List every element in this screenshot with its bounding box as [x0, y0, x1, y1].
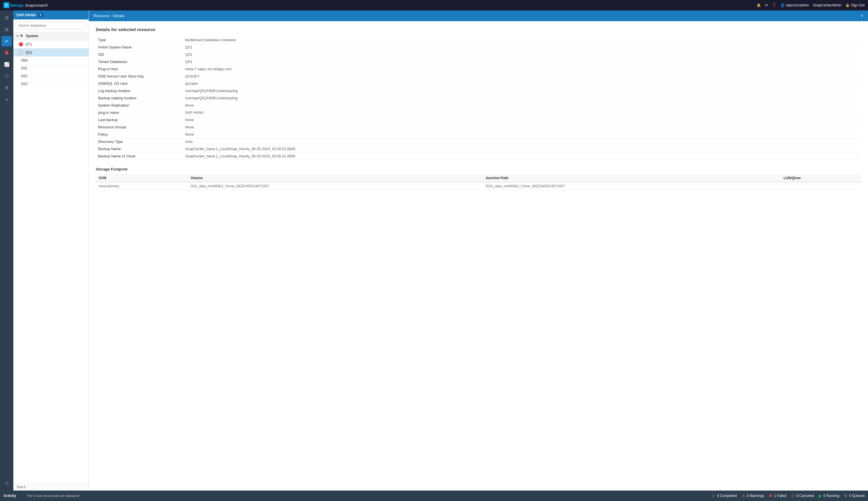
user-info: 👤 sapcc\scadmin — [780, 3, 809, 7]
completed-icon: ✔ — [712, 493, 716, 498]
storage-junction: /SS1_data_mnt00001_Clone_062524053245719… — [483, 182, 781, 190]
detail-value: SnapCenter_hana-1_LocalSnap_Hourly_06-25… — [183, 153, 861, 160]
ss1-label: SS1 — [21, 66, 28, 70]
sign-out-button[interactable]: 🔓 Sign Out — [845, 3, 865, 7]
panel-title: SAP HANA — [16, 13, 36, 17]
detail-row: Backup Name of CloneSnapCenter_hana-1_Lo… — [96, 153, 861, 160]
detail-row: Tenant DatabasesQS1 — [96, 58, 861, 66]
status-queued[interactable]: ↻ 0 Queued — [844, 493, 865, 498]
storage-col-svm: SVM — [96, 174, 188, 182]
detail-table: TypeMultitenant Database ContainerHANA S… — [96, 36, 861, 160]
status-running[interactable]: ▶ 0 Running — [818, 493, 839, 498]
signout-icon: 🔓 — [845, 3, 850, 7]
tree-item-ss1[interactable]: SS1 — [13, 64, 88, 72]
search-input[interactable] — [16, 22, 86, 29]
status-warnings[interactable]: ⚠ 0 Warnings — [741, 493, 764, 498]
storage-volume: SS1_data_mnt00001_Clone_0625240532457192… — [188, 182, 483, 190]
detail-value: None — [183, 102, 861, 109]
sidebar-item-menu[interactable]: ☰ — [1, 13, 12, 23]
sm1-label: SM1 — [21, 58, 28, 62]
storage-table: SVM Volume Junction Path LUN/Qtree hana-… — [96, 174, 861, 190]
tree-item-qs1[interactable]: 📋 QS1 — [13, 49, 88, 57]
detail-value: /usr/sap/QS1/HDB11/backup/log — [183, 95, 861, 102]
detail-section-title: Details for selected resource — [96, 27, 861, 32]
detail-label: Resource Groups — [96, 124, 183, 131]
failed-icon: ✖ — [769, 493, 772, 498]
content-header-title: Resource - Details — [94, 14, 124, 18]
status-failed[interactable]: ✖ 1 Failed — [769, 493, 787, 498]
detail-label: HANA System Name — [96, 44, 183, 51]
sidebar-item-settings[interactable]: ≡ — [1, 94, 12, 105]
netapp-logo: N NetApp SnapCenter® — [3, 2, 48, 8]
brand-snapcenter: SnapCenter® — [25, 3, 48, 8]
ss2b-label: SS2 — [21, 82, 28, 86]
detail-row: Backup NameSnapCenter_hana-1_LocalSnap_H… — [96, 146, 861, 153]
panel-dropdown[interactable]: ▼ — [38, 13, 44, 17]
status-canceled[interactable]: ⊘ 0 Canceled — [791, 493, 814, 498]
storage-col-volume: Volume — [188, 174, 483, 182]
close-button[interactable]: × — [860, 13, 863, 19]
dt1-icon: 🔴 — [19, 42, 23, 46]
detail-label: SID — [96, 51, 183, 58]
detail-row: Last backupNone — [96, 116, 861, 124]
detail-value: None — [183, 124, 861, 131]
notifications-icon[interactable]: 🔔 — [757, 3, 761, 7]
tree-item-ss2b[interactable]: SS2 — [13, 80, 88, 88]
detail-row: Backup catalog location/usr/sap/QS1/HDB1… — [96, 95, 861, 102]
detail-row: TypeMultitenant Database Container — [96, 36, 861, 44]
failed-count: 1 Failed — [774, 494, 787, 498]
detail-row: Plug-in Hosthana-7.sapcc.stl.netapp.com — [96, 66, 861, 73]
detail-value: Multitenant Database Container — [183, 36, 861, 44]
queued-icon: ↻ — [844, 493, 848, 498]
sidebar-item-hosts[interactable]: ⊕ — [1, 83, 12, 93]
sidebar-item-alerts[interactable]: ⚠ — [1, 478, 12, 488]
storage-col-junction: Junction Path — [483, 174, 781, 182]
sidebar-item-apps[interactable]: ⊞ — [1, 24, 12, 35]
job-info: The 5 most recent jobs are displayed — [27, 494, 79, 498]
detail-label: Policy — [96, 131, 183, 138]
logo-square: N — [3, 2, 9, 8]
left-panel-header: SAP HANA ▼ — [13, 10, 88, 20]
qs1-icon: 📋 — [19, 50, 23, 55]
top-nav: N NetApp SnapCenter® 🔔 ✉ ❓ 👤 sapcc\scadm… — [0, 0, 868, 10]
detail-label: Last backup — [96, 116, 183, 124]
detail-label: Backup catalog location — [96, 95, 183, 102]
detail-value: hana-7.sapcc.stl.netapp.com — [183, 66, 861, 73]
detail-row: plug-in nameSAP HANA — [96, 109, 861, 116]
tree-item-dt1[interactable]: 🔴 DT1 — [13, 40, 88, 49]
detail-row: HDB Secure User Store KeyQS1KEY — [96, 73, 861, 80]
sidebar-item-monitor[interactable]: 🫀 — [1, 47, 12, 58]
detail-row: Resource GroupsNone — [96, 124, 861, 131]
detail-value: SAP HANA — [183, 109, 861, 116]
sidebar-item-reports[interactable]: 📈 — [1, 59, 12, 70]
detail-label: Log backup location — [96, 87, 183, 95]
ss2a-label: SS2 — [21, 74, 28, 78]
user-icon: 👤 — [780, 3, 785, 7]
sidebar-item-topology[interactable]: ⬡ — [1, 71, 12, 81]
detail-value: Auto — [183, 138, 861, 146]
detail-label: Discovery Type — [96, 138, 183, 146]
detail-value: /usr/sap/QS1/HDB11/backup/log — [183, 87, 861, 95]
storage-svm: hana-primary — [96, 182, 188, 190]
storage-section: Storage Footprint SVM Volume Junction Pa… — [96, 167, 861, 190]
top-nav-right: 🔔 ✉ ❓ 👤 sapcc\scadmin SnapCenterAdmin 🔓 … — [757, 3, 865, 7]
detail-value: QS1 — [183, 44, 861, 51]
messages-icon[interactable]: ✉ — [765, 3, 768, 7]
tree-item-sm1[interactable]: SM1 — [13, 57, 88, 64]
canceled-icon: ⊘ — [791, 493, 795, 498]
detail-label: plug-in name — [96, 109, 183, 116]
storage-lun — [781, 182, 861, 190]
detail-row: System ReplicationNone — [96, 102, 861, 109]
detail-label: Plug-in Host — [96, 66, 183, 73]
tree-column-label: System — [26, 34, 38, 38]
status-completed[interactable]: ✔ 4 Completed — [712, 493, 737, 498]
completed-count: 4 Completed — [717, 494, 737, 498]
detail-row: HDBSQL OS Userqs1adm — [96, 80, 861, 87]
tree-item-ss2a[interactable]: SS2 — [13, 72, 88, 80]
sidebar-item-resources[interactable]: ✔ — [1, 36, 12, 46]
signout-label: Sign Out — [851, 3, 865, 7]
detail-label: Backup Name — [96, 146, 183, 153]
help-icon[interactable]: ❓ — [772, 3, 776, 7]
tree-flag-icon: ⚑ — [20, 34, 23, 38]
detail-value: None — [183, 116, 861, 124]
